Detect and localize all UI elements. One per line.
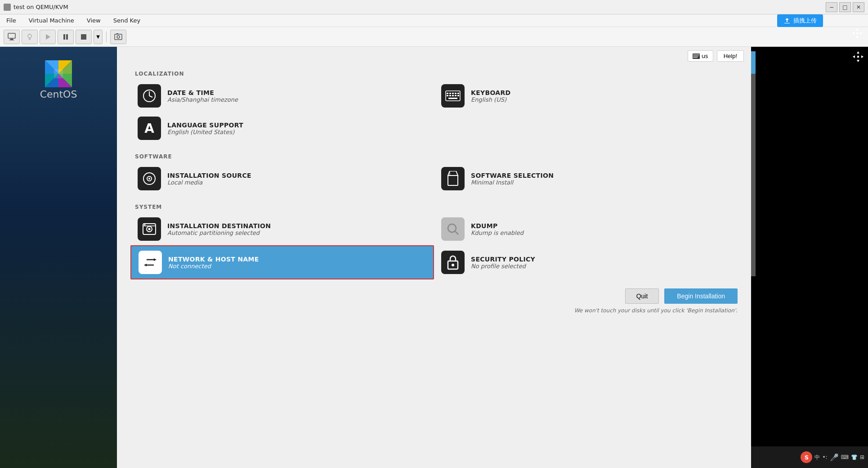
installation-source-option[interactable]: INSTALLATION SOURCE Local media <box>130 162 434 195</box>
toolbar-play-btn[interactable] <box>40 30 56 44</box>
disc-icon <box>142 171 157 186</box>
stop-icon <box>80 33 88 41</box>
bottom-buttons: Quit Begin Installation <box>625 288 738 304</box>
toolbar-monitor-btn[interactable] <box>4 30 20 44</box>
svg-marker-4 <box>46 34 50 40</box>
toolbar: ▼ <box>0 27 868 47</box>
vm-content: us Help! LOCALIZATION <box>117 47 751 468</box>
scrollbar-thumb[interactable] <box>751 51 756 74</box>
svg-marker-13 <box>852 32 855 35</box>
keyboard-option-icon <box>441 84 465 108</box>
upload-button[interactable]: 插拽上传 <box>777 14 823 27</box>
clock-icon <box>142 89 157 103</box>
screenshot-icon <box>114 32 123 41</box>
menu-virtual-machine[interactable]: Virtual Machine <box>26 16 77 25</box>
installation-destination-text: INSTALLATION DESTINATION Automatic parti… <box>167 222 427 236</box>
kdump-option[interactable]: KDUMP Kdump is enabled <box>434 213 738 245</box>
keyboard-text: KEYBOARD English (US) <box>471 89 730 103</box>
resize-icon[interactable] <box>852 50 864 64</box>
svg-rect-38 <box>447 95 448 96</box>
svg-rect-27 <box>693 56 698 57</box>
menu-view[interactable]: View <box>84 16 103 25</box>
installer-bg: us Help! LOCALIZATION <box>117 47 751 468</box>
svg-rect-0 <box>8 33 15 38</box>
svg-rect-35 <box>452 93 454 94</box>
tray-lang-icon[interactable]: 中 <box>814 454 820 461</box>
svg-marker-63 <box>853 55 855 58</box>
software-selection-text: SOFTWARE SELECTION Minimal Install <box>471 172 730 186</box>
toolbar-dropdown-btn[interactable]: ▼ <box>94 30 103 44</box>
centos-logo-text: CentOS <box>40 89 77 100</box>
language-button[interactable]: us <box>688 50 713 62</box>
svg-point-46 <box>148 178 150 180</box>
disk-icon <box>142 221 157 237</box>
software-selection-icon <box>441 167 465 190</box>
svg-rect-1 <box>10 39 13 40</box>
security-policy-option[interactable]: SECURITY POLICY No profile selected <box>434 245 738 279</box>
svg-rect-41 <box>455 95 456 96</box>
installer-topbar: us Help! <box>117 47 751 65</box>
move-icon[interactable] <box>851 27 864 41</box>
help-button[interactable]: Help! <box>717 50 744 62</box>
installation-destination-icon <box>138 217 161 241</box>
toolbar-screenshot-btn[interactable] <box>110 30 126 44</box>
installation-destination-option[interactable]: INSTALLATION DESTINATION Automatic parti… <box>130 213 434 245</box>
system-grid: INSTALLATION DESTINATION Automatic parti… <box>117 213 751 279</box>
installer-bottom: Quit Begin Installation We won't touch y… <box>117 283 751 319</box>
svg-rect-36 <box>455 93 456 94</box>
close-button[interactable]: ✕ <box>853 2 864 12</box>
svg-marker-64 <box>861 55 864 58</box>
tray-shirt-icon[interactable]: 👕 <box>851 454 858 460</box>
quit-button[interactable]: Quit <box>625 288 659 304</box>
software-selection-option[interactable]: SOFTWARE SELECTION Minimal Install <box>434 162 738 195</box>
svg-rect-7 <box>81 34 86 40</box>
toolbar-pause-btn[interactable] <box>58 30 74 44</box>
network-hostname-option[interactable]: NETWORK & HOST NAME Not connected <box>130 245 434 279</box>
software-grid: INSTALLATION SOURCE Local media SO <box>117 162 751 195</box>
tray-keyboard-tray-icon[interactable]: ⌨ <box>841 454 849 460</box>
language-support-option[interactable]: A LANGUAGE SUPPORT English (United State… <box>130 112 434 144</box>
svg-marker-61 <box>857 51 859 54</box>
menu-file[interactable]: File <box>4 16 19 25</box>
date-time-text: DATE & TIME Asia/Shanghai timezone <box>167 89 427 103</box>
tray-mic-icon[interactable]: 🎤 <box>830 453 839 462</box>
keyboard-option[interactable]: KEYBOARD English (US) <box>434 80 738 112</box>
svg-point-9 <box>117 36 120 38</box>
minimize-button[interactable]: − <box>826 2 837 12</box>
svg-rect-43 <box>448 98 457 99</box>
package-icon <box>446 171 460 186</box>
svg-rect-5 <box>63 34 65 40</box>
svg-rect-39 <box>449 95 451 96</box>
menu-send-key[interactable]: Send Key <box>111 16 143 25</box>
keyboard-icon <box>445 90 461 101</box>
svg-line-31 <box>149 96 152 97</box>
security-policy-text: SECURITY POLICY No profile selected <box>471 256 730 270</box>
network-arrows-icon <box>143 255 157 270</box>
network-hostname-text: NETWORK & HOST NAME Not connected <box>168 256 426 270</box>
tray-network-tray-icon[interactable]: •: <box>822 454 827 460</box>
sidebar: CentOS <box>0 47 117 468</box>
svg-rect-6 <box>66 34 68 40</box>
tray-grid-icon[interactable]: ⊞ <box>860 454 864 460</box>
security-policy-icon <box>441 251 465 274</box>
right-edge: S 中 •: 🎤 ⌨ 👕 ⊞ <box>751 47 868 468</box>
svg-rect-10 <box>116 33 118 34</box>
play-icon <box>44 33 52 41</box>
section-localization: LOCALIZATION <box>117 65 751 80</box>
toolbar-stop-btn[interactable] <box>76 30 92 44</box>
svg-rect-37 <box>457 93 459 94</box>
date-time-option[interactable]: DATE & TIME Asia/Shanghai timezone <box>130 80 434 112</box>
svg-point-60 <box>452 264 454 266</box>
kdump-icon <box>441 217 465 241</box>
svg-marker-11 <box>856 28 859 31</box>
maximize-button[interactable]: □ <box>839 2 851 12</box>
svg-rect-47 <box>448 176 458 185</box>
svg-rect-26 <box>693 54 699 55</box>
tray-s-icon[interactable]: S <box>801 451 812 463</box>
window-controls: − □ ✕ <box>826 2 864 12</box>
begin-installation-button[interactable]: Begin Installation <box>664 288 738 304</box>
toolbar-bulb-btn[interactable] <box>22 30 38 44</box>
section-system: SYSTEM <box>117 198 751 213</box>
svg-line-56 <box>455 231 458 234</box>
svg-marker-14 <box>860 32 863 35</box>
